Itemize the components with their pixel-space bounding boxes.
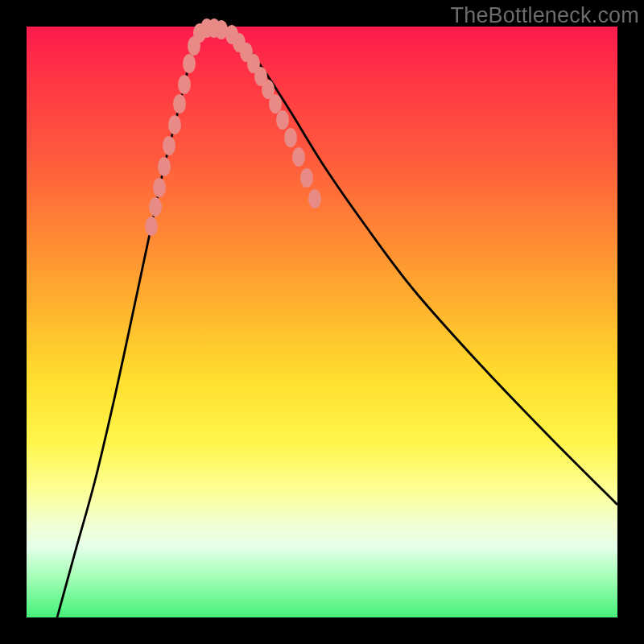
curve-marker — [183, 54, 196, 73]
chart-frame: TheBottleneck.com — [0, 0, 644, 644]
curve-marker — [153, 178, 166, 197]
curve-marker — [308, 189, 321, 208]
curve-marker — [292, 147, 305, 167]
chart-svg — [27, 27, 617, 617]
curve-marker — [173, 94, 186, 114]
curve-marker — [178, 75, 191, 94]
watermark-text: TheBottleneck.com — [450, 3, 639, 28]
curve-marker — [300, 168, 313, 188]
curve-marker — [145, 217, 158, 236]
bottleneck-curve — [57, 28, 617, 617]
curve-marker — [276, 110, 289, 130]
curve-marker — [158, 157, 171, 176]
curve-marker — [269, 94, 282, 114]
curve-marker — [284, 128, 297, 147]
curve-marker — [149, 197, 162, 217]
markers-right-group — [225, 25, 321, 208]
markers-left-group — [145, 19, 228, 236]
curve-marker — [168, 115, 181, 134]
curve-marker — [163, 136, 175, 155]
